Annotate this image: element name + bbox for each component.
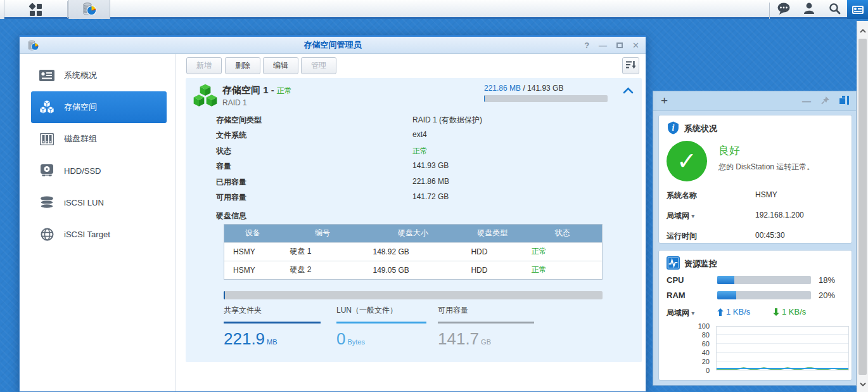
svg-text:i: i: [672, 123, 675, 133]
widget-panel: + — i: [653, 91, 857, 386]
sidebar-item-volume[interactable]: 存储空间: [31, 91, 167, 123]
taskbar-tray: [770, 0, 868, 19]
stat-available[interactable]: 可用容量 141.7GB: [438, 305, 534, 349]
taskbar-storage-manager-button[interactable]: [68, 0, 110, 19]
sidebar-item-iscsi-target[interactable]: iSCSI Target: [31, 218, 167, 250]
lan-dropdown-caret[interactable]: ▾: [691, 212, 694, 219]
health-row-label: 局域网: [667, 211, 689, 220]
widgets-icon: [852, 6, 864, 14]
disk-table-row[interactable]: HSMY 硬盘 2 149.05 GB HDD 正常: [224, 261, 602, 279]
widget-panel-header: + —: [653, 91, 856, 111]
main-menu-button[interactable]: [5, 0, 67, 19]
cell-number: 硬盘 1: [281, 242, 364, 261]
health-check-circle: ✓: [667, 141, 707, 181]
volume-raid-type: RAID 1: [222, 98, 247, 107]
col-type[interactable]: 硬盘类型: [462, 225, 522, 242]
pin-icon[interactable]: [820, 96, 830, 107]
window-title: 存储空间管理员: [20, 39, 646, 51]
window-titlebar[interactable]: 存储空间管理员 ? — ✕: [20, 37, 646, 54]
detail-label: 可用容量: [216, 192, 246, 203]
upload-arrow-icon: [717, 308, 724, 316]
sidebar-item-disk-group[interactable]: 磁盘群组: [31, 123, 167, 155]
tray-divider: [769, 3, 770, 19]
sidebar: 系统概况 存储空间: [20, 54, 176, 391]
stat-underline: [224, 322, 321, 323]
sidebar-item-label: HDD/SSD: [64, 166, 101, 176]
scrollbar-thumb[interactable]: [858, 39, 867, 375]
download-speed: 1 KB/s: [773, 307, 806, 317]
col-status[interactable]: 状态: [523, 225, 602, 242]
sidebar-item-label: 磁盘群组: [64, 133, 97, 145]
overall-usage-bar: [224, 291, 603, 299]
detail-row: 文件系统ext4: [216, 130, 629, 143]
y-tick: 100: [660, 322, 710, 330]
sidebar-item-iscsi-lun[interactable]: iSCSI LUN: [31, 186, 167, 218]
scroll-up-arrow[interactable]: [857, 25, 868, 37]
sidebar-item-hdd-ssd[interactable]: HDD/SSD: [31, 155, 167, 186]
col-number[interactable]: 编号: [281, 225, 364, 242]
volume-usage-text: 221.86 MB / 141.93 GB: [484, 84, 563, 93]
show-desktop-button[interactable]: [0, 0, 4, 19]
network-dropdown-caret[interactable]: ▾: [691, 310, 694, 317]
maximize-button[interactable]: [616, 42, 623, 48]
create-button[interactable]: 新增: [186, 57, 222, 74]
help-button[interactable]: ?: [584, 41, 589, 49]
panel-layout-icon[interactable]: [839, 96, 850, 107]
sidebar-item-label: 存储空间: [64, 101, 97, 113]
volume-usage-bar: [484, 95, 608, 102]
sort-icon: [626, 60, 636, 72]
cell-type: HDD: [462, 261, 522, 279]
chat-bubble-icon: [777, 3, 791, 17]
sidebar-item-overview[interactable]: 系统概况: [31, 60, 167, 91]
check-icon: ✓: [677, 147, 697, 175]
cpu-bar: [717, 276, 811, 284]
search-button[interactable]: [822, 0, 847, 19]
close-button[interactable]: ✕: [632, 41, 639, 49]
stat-value: 141.7GB: [438, 329, 534, 349]
health-status: 良好: [718, 143, 740, 158]
disk-info-title: 硬盘信息: [216, 211, 246, 221]
toolbar: 新增 删除 编辑 管理: [176, 54, 646, 77]
panel-minimize-button[interactable]: —: [802, 96, 811, 107]
stat-underline: [438, 322, 534, 323]
health-row-value: HSMY: [755, 190, 777, 199]
usage-sep: /: [521, 84, 527, 93]
detail-value: 141.72 GB: [412, 192, 449, 201]
detail-row: 容量141.93 GB: [216, 161, 629, 174]
cell-number: 硬盘 2: [281, 261, 364, 279]
volume-title-row[interactable]: 存储空间 1 - 正常: [222, 84, 292, 96]
disk-table-row[interactable]: HSMY 硬盘 1 148.92 GB HDD 正常: [224, 242, 602, 261]
collapse-chevron-up-icon[interactable]: [623, 87, 634, 96]
detail-row: 可用容量141.72 GB: [216, 192, 629, 205]
disk-table-header-row: 设备 编号 硬盘大小 硬盘类型 状态: [224, 225, 602, 242]
edit-button[interactable]: 编辑: [263, 57, 298, 74]
ram-percent: 20%: [819, 291, 835, 300]
manage-button[interactable]: 管理: [301, 57, 336, 74]
cpu-row: CPU 18%: [667, 275, 844, 285]
search-icon: [829, 3, 841, 16]
health-message: 您的 DiskStation 运转正常。: [718, 162, 814, 173]
col-size[interactable]: 硬盘大小: [364, 225, 463, 242]
user-icon: [803, 3, 815, 16]
minimize-button[interactable]: —: [599, 41, 607, 49]
ram-row: RAM 20%: [667, 291, 844, 301]
sort-button[interactable]: [622, 57, 639, 74]
add-widget-button[interactable]: +: [661, 94, 668, 108]
delete-button[interactable]: 删除: [225, 57, 260, 74]
page-scrollbar[interactable]: [857, 21, 868, 392]
scroll-down-arrow[interactable]: [857, 378, 868, 391]
cell-status: 正常: [523, 261, 602, 279]
notifications-button[interactable]: [771, 0, 796, 19]
user-menu-button[interactable]: [796, 0, 822, 19]
cell-type: HDD: [462, 242, 522, 261]
sidebar-item-label: iSCSI Target: [64, 230, 110, 239]
stat-underline: [336, 322, 426, 323]
stat-shared-folders[interactable]: 共享文件夹 221.9MB: [224, 305, 321, 349]
stat-lun[interactable]: LUN（一般文件） 0Bytes: [336, 305, 426, 349]
col-device[interactable]: 设备: [224, 225, 281, 242]
window-app-icon: [27, 39, 39, 53]
y-tick: 40: [660, 349, 710, 356]
storage-manager-icon: [82, 1, 97, 18]
main-menu-icon: [30, 4, 42, 16]
widgets-toggle-button[interactable]: [847, 0, 868, 19]
